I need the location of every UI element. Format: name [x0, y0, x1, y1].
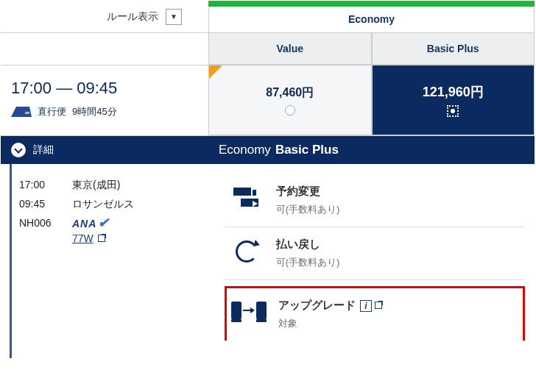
- flight-number-row: NH006 ANA✔ 77W: [19, 215, 214, 246]
- fare-class-basic-plus[interactable]: Basic Plus: [372, 33, 535, 65]
- flight-summary: 17:00 — 09:45 直行便 9時間45分: [1, 65, 208, 135]
- airline-logo: ANA✔: [72, 218, 110, 229]
- benefit-refund-detail: 可(手数料あり): [276, 256, 340, 269]
- expand-details-toggle[interactable]: 詳細: [1, 136, 208, 164]
- info-icon[interactable]: i: [360, 300, 372, 312]
- chevron-down-icon: [11, 143, 26, 157]
- segment-details: 17:00 東京(成田) 09:45 ロサンゼルス NH006 ANA✔ 77W: [10, 164, 214, 358]
- benefit-refund-title: 払い戻し: [276, 238, 340, 252]
- selection-strip: [208, 1, 535, 7]
- price-value: 87,460円: [266, 85, 314, 101]
- benefit-change-detail: 可(手数料あり): [276, 203, 340, 216]
- fare-benefits: 予約変更 可(手数料あり) 払い戻し 可(手数料あり): [214, 164, 535, 358]
- external-link-icon[interactable]: [375, 302, 382, 309]
- selected-fare-heading: Economy Basic Plus: [208, 136, 535, 164]
- price-cell-value[interactable]: 87,460円: [208, 65, 372, 135]
- segment-row: 09:45 ロサンゼルス: [19, 196, 214, 211]
- price-cell-basic-plus[interactable]: 121,960円: [372, 65, 535, 135]
- seat-upgrade-icon: [233, 302, 265, 330]
- flight-duration: 9時間45分: [72, 105, 117, 118]
- benefit-change-title: 予約変更: [276, 185, 340, 199]
- segment-arr-time: 09:45: [19, 196, 59, 211]
- airline-tail-icon: [11, 107, 32, 117]
- benefit-upgrade-detail: 対象: [278, 317, 382, 330]
- flight-times: 17:00 — 09:45: [11, 79, 198, 98]
- benefit-upgrade-title: アップグレード i: [278, 299, 382, 313]
- external-link-icon: [98, 235, 105, 242]
- class-group-header: Economy: [208, 7, 535, 33]
- segment-arr-place: ロサンゼルス: [72, 196, 134, 211]
- segment-dep-place: 東京(成田): [72, 177, 120, 192]
- aircraft-link[interactable]: 77W: [72, 231, 105, 246]
- flight-number: NH006: [19, 215, 59, 246]
- benefit-upgrade-highlighted: アップグレード i 対象: [225, 286, 525, 341]
- rules-dropdown[interactable]: ▼: [166, 9, 182, 25]
- benefit-change: 予約変更 可(手数料あり): [225, 174, 525, 227]
- refresh-icon: [230, 240, 263, 269]
- radio-value-unselected[interactable]: [285, 105, 295, 115]
- radio-basic-plus-selected[interactable]: [447, 105, 459, 117]
- expand-details-label: 詳細: [33, 143, 54, 157]
- flight-type: 直行便: [38, 105, 66, 118]
- segment-dep-time: 17:00: [19, 177, 59, 192]
- benefit-refund: 払い戻し 可(手数料あり): [225, 227, 525, 280]
- price-basic-plus: 121,960円: [423, 83, 484, 101]
- promo-corner-icon: [209, 65, 222, 79]
- rules-label: ルール表示: [107, 10, 158, 24]
- ticket-exchange-icon: [230, 188, 263, 216]
- fare-class-value[interactable]: Value: [208, 33, 372, 65]
- segment-row: 17:00 東京(成田): [19, 177, 214, 192]
